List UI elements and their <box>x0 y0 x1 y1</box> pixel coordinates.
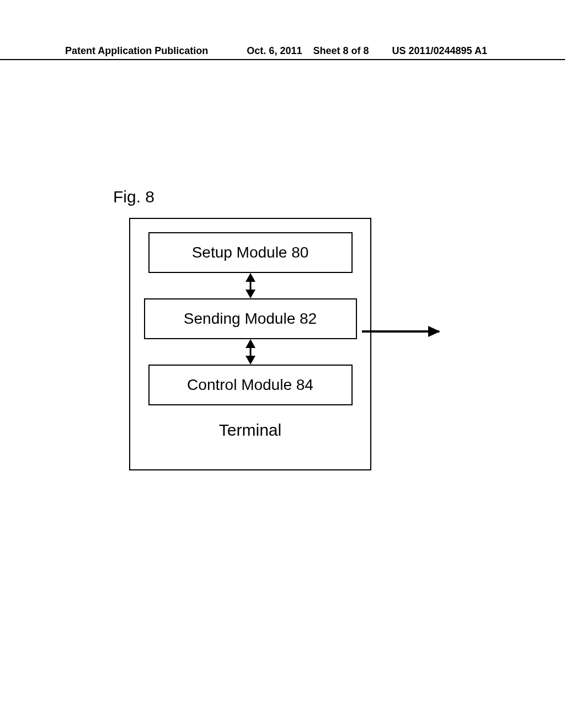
publication-type: Patent Application Publication <box>65 45 208 57</box>
setup-module-box: Setup Module 80 <box>148 232 353 273</box>
control-module-box: Control Module 84 <box>148 365 353 405</box>
terminal-box: Setup Module 80 Sending Module 82 Contro… <box>129 218 371 470</box>
output-arrow <box>362 330 439 333</box>
publication-number: US 2011/0244895 A1 <box>392 45 487 57</box>
publication-date: Oct. 6, 2011 <box>247 45 302 57</box>
page: Patent Application Publication Oct. 6, 2… <box>0 0 565 728</box>
sending-module-box: Sending Module 82 <box>144 298 357 339</box>
control-module-label: Control Module 84 <box>187 376 313 394</box>
arrow-down-icon <box>246 290 255 298</box>
page-header: Patent Application Publication Oct. 6, 2… <box>0 45 565 60</box>
sending-module-label: Sending Module 82 <box>184 310 317 328</box>
terminal-label: Terminal <box>219 421 281 440</box>
connector-setup-sending <box>250 273 251 298</box>
arrow-down-icon <box>246 356 255 365</box>
figure-label: Fig. 8 <box>113 188 154 206</box>
setup-module-label: Setup Module 80 <box>192 244 309 261</box>
sheet-number: Sheet 8 of 8 <box>313 45 369 57</box>
diagram: Setup Module 80 Sending Module 82 Contro… <box>129 218 371 470</box>
connector-sending-control <box>250 339 251 365</box>
